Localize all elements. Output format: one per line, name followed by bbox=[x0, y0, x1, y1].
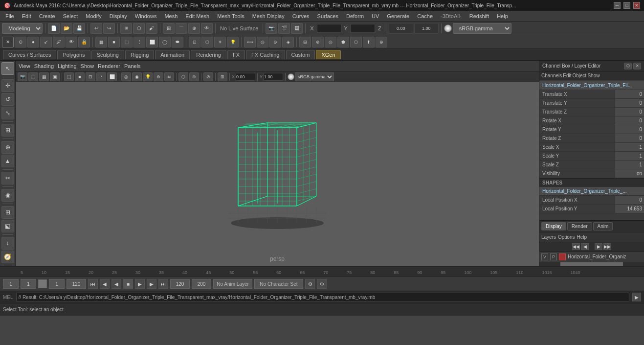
ring-btn[interactable]: ◎ bbox=[325, 37, 336, 47]
paint-select-button[interactable]: 🖌 bbox=[146, 23, 157, 34]
extrude-btn[interactable]: ⬆ bbox=[363, 37, 375, 47]
tab-anim[interactable]: Anim bbox=[593, 222, 613, 230]
max-time[interactable]: 200 bbox=[192, 279, 211, 289]
menu-3dto[interactable]: -3DtoAll- bbox=[437, 12, 465, 20]
scale-btn[interactable]: ⤡ bbox=[1, 107, 14, 119]
cb-edit-menu[interactable]: Edit bbox=[563, 73, 571, 78]
new-file-button[interactable]: 📄 bbox=[48, 23, 60, 34]
vp-menu-show[interactable]: Show bbox=[81, 63, 94, 69]
soft-btn[interactable]: ◎ bbox=[257, 37, 268, 47]
light-btn[interactable]: 💡 bbox=[227, 37, 239, 47]
menu-windows[interactable]: Windows bbox=[132, 12, 160, 20]
menu-generate[interactable]: Generate bbox=[383, 12, 413, 20]
lock-btn[interactable]: 🔒 bbox=[78, 37, 90, 47]
select-tool-btn[interactable]: ✕ bbox=[2, 37, 14, 47]
current-frame-input[interactable]: 1 bbox=[21, 279, 36, 289]
ch-name-rx[interactable]: Rotate X bbox=[539, 116, 615, 125]
ch-name-sx[interactable]: Scale X bbox=[539, 143, 615, 151]
menu-cache[interactable]: Cache bbox=[414, 12, 436, 20]
ch-val-rz[interactable]: 0 bbox=[615, 134, 644, 142]
display-render-button[interactable]: 🖼 bbox=[291, 23, 303, 34]
cmd-run-btn[interactable]: ▶ bbox=[632, 293, 641, 301]
menu-uv[interactable]: UV bbox=[368, 12, 382, 20]
layer-nav-right[interactable]: ▶ bbox=[595, 243, 602, 250]
menu-curves[interactable]: Curves bbox=[289, 12, 313, 20]
ch-val-rx[interactable]: 0 bbox=[615, 116, 644, 125]
first-frame-btn[interactable]: ⏮ bbox=[88, 279, 98, 289]
minimize-button[interactable]: ─ bbox=[614, 2, 621, 9]
layer-nav-next[interactable]: ▶▶ bbox=[603, 243, 611, 250]
ch-name-ty[interactable]: Translate Y bbox=[539, 99, 615, 107]
layer-visible-btn[interactable]: V bbox=[541, 253, 548, 260]
menu-edit[interactable]: Edit bbox=[19, 12, 35, 20]
anim-end[interactable]: 120 bbox=[170, 279, 190, 289]
snap-grid-button[interactable]: ⊞ bbox=[163, 23, 175, 34]
ch-name-vis[interactable]: Visibility bbox=[539, 169, 615, 178]
snap-move-btn[interactable]: ⊕ bbox=[1, 141, 14, 154]
step-back-btn[interactable]: ◀ bbox=[100, 279, 110, 289]
char-pref-btn[interactable]: ⚙ bbox=[317, 279, 327, 289]
vp-motion-blur-btn[interactable]: ≋ bbox=[164, 72, 174, 81]
ch-name-rz[interactable]: Rotate Z bbox=[539, 134, 615, 142]
xray-btn[interactable]: ⊡ bbox=[189, 37, 200, 47]
cb-object-menu[interactable]: Object bbox=[573, 73, 587, 78]
vp-pts-btn[interactable]: ⋮ bbox=[96, 72, 106, 81]
color-space-dropdown[interactable]: sRGB gamma bbox=[453, 23, 511, 34]
tab-xgen[interactable]: XGen bbox=[316, 50, 340, 59]
panel-close-btn[interactable]: ✕ bbox=[633, 63, 641, 69]
menu-deform[interactable]: Deform bbox=[343, 12, 367, 20]
x-input[interactable] bbox=[317, 24, 341, 33]
camera-group-button[interactable]: 📷 bbox=[266, 23, 277, 34]
solid-btn[interactable]: ■ bbox=[108, 37, 120, 47]
loop-btn[interactable]: ⊛ bbox=[312, 37, 324, 47]
ch-name-tz[interactable]: Translate Z bbox=[539, 108, 615, 116]
layer-playback-btn[interactable]: P bbox=[550, 253, 557, 260]
merge-btn[interactable]: ⊕ bbox=[376, 37, 387, 47]
brush-btn[interactable]: 🖊 bbox=[53, 37, 65, 47]
vp-solid-wire-btn[interactable]: ⊡ bbox=[86, 72, 95, 81]
menu-modify[interactable]: Modify bbox=[82, 12, 105, 20]
pos-x-input[interactable] bbox=[236, 73, 255, 81]
snap-view-button[interactable]: 👁 bbox=[201, 23, 213, 34]
sh-val-lpx[interactable]: 0 bbox=[615, 196, 644, 204]
vp-hud-btn[interactable]: ⊞ bbox=[218, 72, 227, 81]
ambient-btn[interactable]: ☀ bbox=[214, 37, 226, 47]
vp-solid-btn[interactable]: ■ bbox=[75, 72, 85, 81]
ch-val-tz[interactable]: 0 bbox=[615, 108, 644, 116]
sym-btn[interactable]: ⟺ bbox=[244, 37, 256, 47]
open-file-button[interactable]: 📂 bbox=[61, 23, 72, 34]
fill-btn[interactable]: ⬟ bbox=[337, 37, 349, 47]
tab-sculpting[interactable]: Sculpting bbox=[91, 50, 124, 59]
vp-xray-btn[interactable]: ⬡ bbox=[178, 72, 188, 81]
vp-wireframe-btn[interactable]: ⬚ bbox=[64, 72, 74, 81]
tab-display[interactable]: Display bbox=[541, 222, 566, 230]
ch-val-ty[interactable]: 0 bbox=[615, 99, 644, 107]
render-button[interactable]: 🎬 bbox=[278, 23, 290, 34]
panel-float-btn[interactable]: ⬡ bbox=[624, 63, 632, 69]
step-forward-btn[interactable]: ▶ bbox=[147, 279, 156, 289]
vp-frame-btn[interactable]: ⬚ bbox=[28, 72, 38, 81]
object-name[interactable]: Horizontal_Folder_Organizer_Triple_Fil..… bbox=[539, 81, 644, 90]
layer-menu-layers[interactable]: Layers bbox=[541, 234, 556, 240]
ch-val-tx[interactable]: 0 bbox=[615, 90, 644, 98]
vp-xray-joints-btn[interactable]: ⊕ bbox=[189, 72, 199, 81]
menu-edit-mesh[interactable]: Edit Mesh bbox=[182, 12, 213, 20]
vp-menu-renderer[interactable]: Renderer bbox=[98, 63, 120, 69]
grid-view-btn[interactable]: ▦ bbox=[95, 37, 107, 47]
extrude-face-btn[interactable]: ▲ bbox=[1, 155, 14, 167]
crease-btn[interactable]: ⊛ bbox=[269, 37, 281, 47]
menu-help[interactable]: Help bbox=[493, 12, 511, 20]
vp-shadows-btn[interactable]: ◎ bbox=[121, 72, 131, 81]
render-layer-btn[interactable]: ⬕ bbox=[1, 220, 14, 232]
shapes-name[interactable]: Horizontal_Folder_Organizer_Triple_... bbox=[539, 187, 644, 196]
smooth1-btn[interactable]: ◯ bbox=[159, 37, 171, 47]
play-back-btn[interactable]: ◀ bbox=[111, 279, 121, 289]
display-layers-btn[interactable]: ⊞ bbox=[1, 206, 14, 219]
menu-file[interactable]: File bbox=[2, 12, 18, 20]
workspace-dropdown[interactable]: Modeling bbox=[2, 23, 43, 34]
pos-y-input[interactable] bbox=[264, 73, 283, 81]
ch-val-ry[interactable]: 0 bbox=[615, 125, 644, 134]
iso-btn[interactable]: ◈ bbox=[282, 37, 294, 47]
cb-show-menu[interactable]: Show bbox=[587, 73, 600, 78]
title-controls[interactable]: ─ □ ✕ bbox=[614, 2, 640, 9]
